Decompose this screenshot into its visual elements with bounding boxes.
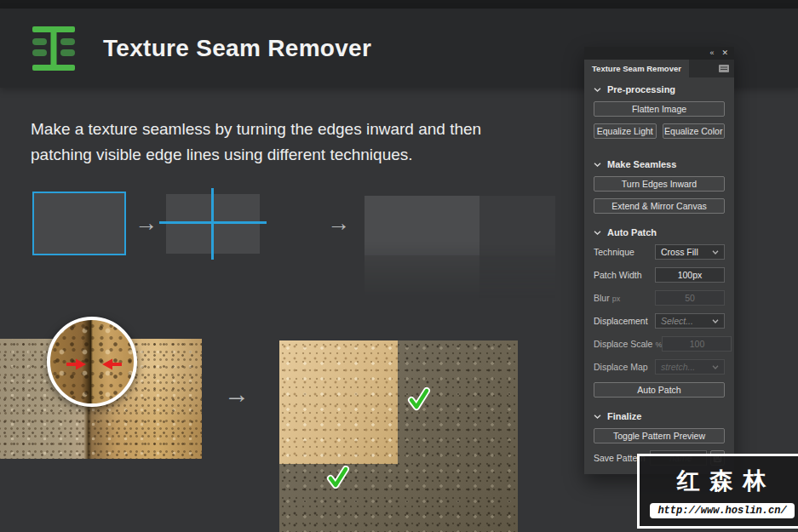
flatten-image-button[interactable]: Flatten Image	[594, 101, 725, 117]
texture-after-image	[279, 340, 518, 532]
watermark-url: http://www.hoslin.cn/	[650, 503, 794, 518]
process-arrow-icon: →	[224, 382, 250, 405]
step-arrow-icon: →	[327, 212, 350, 235]
toggle-pattern-preview-button[interactable]: Toggle Pattern Preview	[594, 428, 725, 443]
app-logo-icon	[32, 26, 75, 71]
checkmark-icon	[407, 386, 431, 411]
intro-line-2: patching visible edge lines using differ…	[31, 142, 481, 168]
equalize-light-button[interactable]: Equalize Light	[594, 123, 657, 139]
diagram-extended-canvas	[365, 196, 555, 298]
panel-body: Pre-processing Flatten Image Equalize Li…	[584, 77, 734, 474]
displace-map-select[interactable]: stretch...	[655, 359, 725, 375]
section-label: Make Seamless	[607, 159, 676, 169]
chevron-down-icon	[594, 88, 601, 92]
tab-bar-spacer	[689, 60, 734, 77]
displacement-label: Displacement	[594, 316, 648, 326]
panel-menu-icon[interactable]	[719, 65, 729, 72]
step-arrow-icon: →	[135, 212, 158, 235]
plugin-panel: « ✕ Texture Seam Remover Pre-processing …	[584, 47, 734, 474]
intro-line-1: Make a texture seamless by turning the e…	[31, 117, 481, 142]
displace-map-row: Displace Map stretch...	[594, 359, 725, 375]
blur-row: Blurpx	[594, 290, 725, 306]
turn-edges-inward-button[interactable]: Turn Edges Inward	[594, 176, 725, 192]
seam-magnifier	[47, 317, 137, 407]
chevron-down-icon	[594, 231, 601, 235]
equalize-color-button[interactable]: Equalize Color	[663, 123, 726, 139]
watermark-brand: 红森林	[640, 466, 798, 496]
canvas-quadrant	[365, 196, 479, 255]
technique-value: Cross Fill	[661, 247, 698, 257]
displacement-row: Displacement Select...	[594, 313, 725, 329]
technique-row: Technique Cross Fill	[594, 244, 725, 260]
blur-input[interactable]	[655, 290, 725, 306]
section-make-seamless[interactable]: Make Seamless	[594, 159, 725, 169]
close-panel-icon[interactable]: ✕	[721, 49, 728, 57]
displacement-value: Select...	[661, 316, 693, 326]
displace-scale-unit: %	[655, 340, 662, 349]
diagram-original-texture	[32, 192, 126, 255]
canvas-quadrant	[365, 255, 479, 298]
top-strip	[0, 0, 798, 9]
patch-width-input[interactable]	[655, 267, 725, 283]
section-pre-processing[interactable]: Pre-processing	[594, 84, 725, 94]
canvas-quadrant	[479, 196, 555, 255]
chevron-down-icon	[712, 365, 719, 369]
chevron-down-icon	[712, 250, 719, 255]
seam-cross-vertical	[211, 188, 214, 260]
diagram-edges-inward	[166, 194, 260, 254]
technique-label: Technique	[594, 247, 634, 257]
patch-width-label: Patch Width	[594, 270, 642, 280]
patch-width-row: Patch Width	[594, 267, 725, 283]
section-finalize[interactable]: Finalize	[594, 411, 725, 421]
arrow-left-red-icon	[101, 358, 123, 371]
section-label: Pre-processing	[607, 84, 675, 94]
chevron-down-icon	[712, 319, 719, 323]
chevron-down-icon	[594, 415, 601, 419]
section-label: Finalize	[607, 411, 641, 421]
checkmark-icon	[326, 464, 350, 489]
seamless-tile-highlight	[279, 340, 398, 464]
page-title: Texture Seam Remover	[103, 35, 371, 62]
displace-scale-input[interactable]	[662, 336, 732, 352]
section-label: Auto Patch	[607, 227, 657, 237]
section-auto-patch[interactable]: Auto Patch	[594, 227, 725, 237]
intro-text: Make a texture seamless by turning the e…	[31, 117, 481, 168]
displace-scale-label: Displace Scale%	[594, 339, 662, 349]
canvas-quadrant	[479, 255, 555, 298]
panel-tab-bar: Texture Seam Remover	[584, 60, 734, 77]
displace-scale-row: Displace Scale%	[594, 336, 725, 352]
auto-patch-button[interactable]: Auto Patch	[594, 382, 725, 398]
collapse-panel-icon[interactable]: «	[709, 49, 714, 57]
extend-mirror-canvas-button[interactable]: Extend & Mirror Canvas	[594, 198, 725, 214]
displace-map-value: stretch...	[661, 362, 695, 372]
displace-map-label: Displace Map	[594, 362, 648, 372]
panel-titlebar: « ✕	[584, 47, 734, 60]
displacement-select[interactable]: Select...	[655, 313, 725, 329]
blur-label: Blurpx	[594, 293, 620, 303]
page: Texture Seam Remover Make a texture seam…	[0, 0, 798, 532]
tab-texture-seam-remover[interactable]: Texture Seam Remover	[584, 60, 689, 77]
watermark: 红森林 http://www.hoslin.cn/	[637, 454, 798, 529]
technique-select[interactable]: Cross Fill	[655, 244, 725, 260]
blur-unit: px	[612, 295, 621, 303]
arrow-right-red-icon	[65, 358, 87, 371]
chevron-down-icon	[594, 163, 601, 167]
